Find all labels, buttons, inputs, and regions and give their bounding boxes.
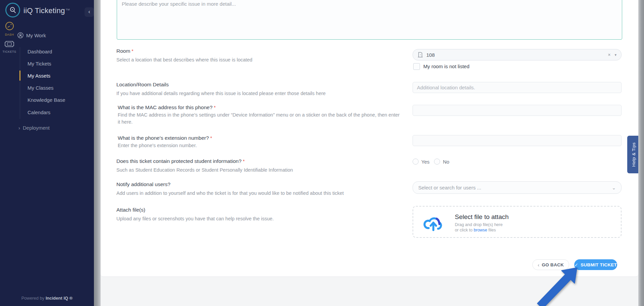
location-details-description: If you have additional details regarding… — [116, 90, 326, 97]
dropdown-caret-icon[interactable]: ▾ — [614, 53, 616, 57]
notify-users-select[interactable]: Select or search for users ... ⌄ — [413, 181, 622, 194]
chevron-down-icon: ⌄ — [612, 185, 616, 190]
attach-files-description: Upload any files or screenshots you have… — [116, 215, 274, 222]
sidebar-item-dashboard[interactable]: Dashboard — [28, 49, 88, 54]
dropzone-title: Select file to attach — [455, 213, 509, 221]
submit-ticket-button[interactable]: ✓ SUBMIT TICKET — [574, 259, 617, 270]
checkmark-icon: ✓ — [575, 262, 578, 267]
mac-address-label: What is the MAC address for this phone?* — [118, 104, 216, 111]
active-item-indicator — [19, 71, 20, 81]
issue-description-textarea[interactable] — [117, 0, 622, 40]
cloud-upload-icon — [423, 213, 443, 231]
protected-info-description: Such as Student Education Records or Stu… — [116, 167, 293, 174]
app-title: iiQ TicketingTM — [23, 6, 70, 15]
file-dropzone[interactable]: Select file to attach Drag and drop file… — [413, 206, 622, 238]
dropzone-hint-line1: Drag and drop file(s) here — [455, 222, 502, 227]
location-details-label: Location/Room Details — [116, 82, 169, 88]
powered-by-footer: Powered by Incident IQ ® — [0, 296, 94, 301]
required-asterisk: * — [210, 135, 212, 141]
incident-iq-brand: Incident IQ ® — [46, 296, 72, 301]
notify-users-placeholder: Select or search for users ... — [418, 185, 481, 190]
browse-files-link[interactable]: browse — [474, 228, 487, 232]
iiq-logo-icon[interactable] — [5, 3, 20, 17]
room-door-icon — [418, 52, 423, 58]
user-icon — [17, 32, 23, 38]
dropzone-hint-line2: or click to browse files — [455, 228, 496, 232]
notify-users-label: Notify additional users? — [116, 181, 170, 187]
notify-users-description: Add users in addition to yourself and wh… — [116, 190, 344, 197]
required-asterisk: * — [243, 159, 245, 164]
sidebar-item-my-classes[interactable]: My Classes — [28, 85, 88, 91]
chevron-left-icon: ‹ — [538, 262, 539, 268]
mac-address-input[interactable] — [413, 105, 622, 116]
sidebar-collapse-button[interactable]: ‹ — [85, 7, 94, 17]
vertical-scrollbar[interactable] — [638, 0, 644, 306]
sidebar-item-my-assets[interactable]: My Assets — [28, 73, 88, 79]
menu-divider-line — [20, 47, 20, 119]
radio-no[interactable] — [434, 159, 440, 165]
radio-yes[interactable] — [413, 159, 419, 165]
magnifier-glyph — [9, 6, 17, 14]
attach-files-label: Attach file(s) — [116, 207, 145, 213]
rail-item-dash[interactable]: DASH — [0, 21, 19, 36]
radio-no-label: No — [443, 159, 449, 165]
rail-label-tickets: TICKETS — [0, 50, 19, 53]
sidebar-item-deployment[interactable]: › Deployment — [18, 125, 50, 131]
room-not-listed-label: My room is not listed — [423, 63, 470, 69]
room-not-listed-checkbox[interactable] — [413, 63, 420, 70]
rail-item-tickets[interactable]: TICKETS — [0, 40, 19, 53]
extension-label: What is the phone's extension number?* — [118, 135, 212, 141]
sidebar-item-knowledge-base[interactable]: Knowledge Base — [28, 97, 88, 103]
room-label: Room* — [116, 48, 133, 54]
location-details-input[interactable] — [413, 82, 622, 93]
dashboard-gauge-icon — [5, 21, 14, 31]
room-description: Select a location that best describes wh… — [116, 56, 252, 63]
room-select-value: 108 — [426, 52, 435, 58]
required-asterisk: * — [214, 105, 216, 110]
clear-selection-icon[interactable]: × — [608, 52, 610, 57]
help-tips-label: Help & Tips — [631, 142, 636, 167]
sidebar-item-calendars[interactable]: Calendars — [28, 110, 88, 115]
radio-yes-label: Yes — [421, 159, 429, 165]
sidebar-item-label: Deployment — [23, 125, 50, 131]
go-back-button[interactable]: ‹ GO BACK — [532, 259, 569, 270]
required-asterisk: * — [131, 48, 133, 54]
chevron-right-icon: › — [18, 125, 20, 131]
left-gutter-scrollbar[interactable] — [94, 0, 101, 306]
protected-info-label: Does this ticket contain protected stude… — [116, 158, 245, 164]
extension-input[interactable] — [413, 135, 622, 146]
sidebar-item-label: My Work — [26, 33, 46, 38]
sidebar: iiQ TicketingTM ‹ DASH TICKETS My Work D… — [0, 0, 94, 306]
mac-address-description: Find the MAC address in the phone’s sett… — [118, 112, 401, 126]
rail-label-dash: DASH — [0, 33, 19, 36]
protected-info-radio-group: Yes No — [413, 159, 449, 165]
trademark: TM — [66, 8, 70, 11]
sidebar-item-my-tickets[interactable]: My Tickets — [28, 61, 88, 67]
ticket-icon — [4, 40, 14, 48]
sidebar-item-my-work[interactable]: My Work — [17, 32, 46, 38]
extension-description: Enter the phone's extension number. — [118, 142, 197, 149]
room-select[interactable]: 108 × ▾ — [413, 49, 622, 60]
